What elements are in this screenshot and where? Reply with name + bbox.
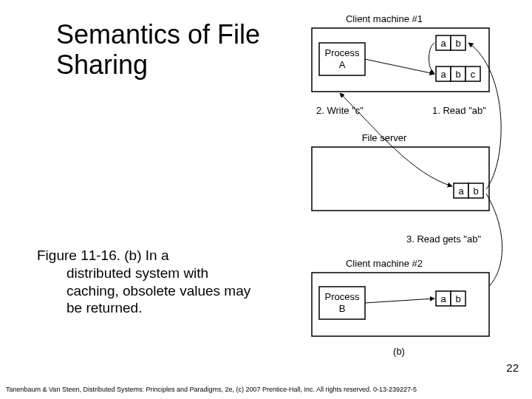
label-process-a-1: Process — [325, 47, 360, 58]
cell-b3: b — [473, 185, 478, 197]
cell-a4: a — [440, 293, 446, 304]
cell-c: c — [471, 69, 476, 80]
slide-title: Semantics of File Sharing — [56, 19, 270, 81]
label-fileserver: File server — [362, 132, 407, 143]
cell-b: b — [455, 38, 460, 49]
label-client2: Client machine #2 — [346, 258, 423, 269]
caption-lead: Figure 11-16. (b) In a — [37, 248, 168, 263]
slide: Semantics of File Sharing Figure 11-16. … — [0, 0, 532, 399]
label-subfigure-b: (b) — [393, 346, 405, 357]
cell-b4: b — [455, 293, 460, 304]
cell-a: a — [440, 38, 446, 49]
label-process-a-2: A — [339, 59, 346, 70]
figure-diagram: Client machine #1 Process A a b a b c 2.… — [288, 12, 517, 366]
footer-citation: Tanenbaum & Van Steen, Distributed Syste… — [6, 386, 526, 393]
svg-rect-8 — [312, 147, 489, 211]
label-step1: 1. Read "ab" — [432, 105, 486, 116]
cell-a3: a — [458, 185, 464, 197]
cell-a2: a — [440, 69, 446, 80]
figure-caption: Figure 11-16. (b) In a distributed syste… — [37, 247, 251, 317]
label-process-b-2: B — [339, 303, 346, 314]
caption-body: distributed system with caching, obsolet… — [66, 265, 251, 317]
label-step3: 3. Read gets "ab" — [406, 233, 481, 245]
label-client1: Client machine #1 — [346, 13, 423, 24]
cell-b2: b — [455, 69, 460, 80]
label-process-b-1: Process — [325, 291, 360, 302]
